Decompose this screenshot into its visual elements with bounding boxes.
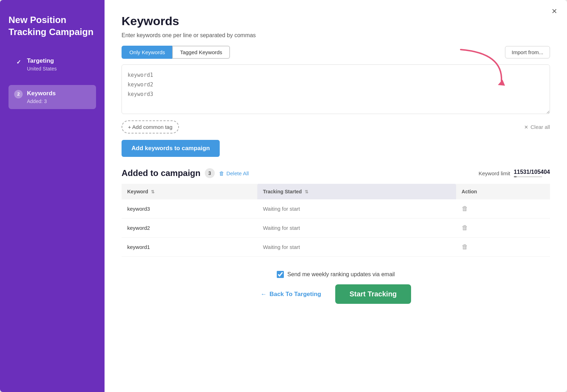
action-cell: 🗑	[456, 238, 550, 257]
table-row: keyword1 Waiting for start 🗑	[122, 238, 550, 257]
close-button[interactable]: ×	[552, 6, 557, 16]
step-keywords-name: Keywords	[27, 90, 56, 97]
footer-section: Send me weekly ranking updates via email…	[122, 264, 550, 314]
main-content: × Keywords Enter keywords one per line o…	[105, 0, 567, 392]
keywords-table: Keyword ⇅ Tracking Started ⇅ Action keyw…	[122, 184, 550, 257]
col-keyword-label: Keyword	[127, 189, 148, 194]
added-count-badge: 3	[205, 168, 215, 178]
tab-only-keywords[interactable]: Only Keywords	[122, 46, 172, 59]
import-button[interactable]: Import from...	[505, 46, 550, 58]
delete-row-button[interactable]: 🗑	[462, 205, 468, 212]
tabs-row: Only Keywords Tagged Keywords Import fro…	[122, 46, 550, 59]
sidebar-step-targeting[interactable]: ✓ Targeting United States	[9, 52, 96, 76]
email-checkbox-row: Send me weekly ranking updates via email	[122, 271, 550, 278]
added-title: Added to campaign	[122, 168, 201, 178]
close-small-icon: ✕	[524, 124, 528, 130]
keyword-cell: keyword2	[122, 218, 257, 238]
action-cell: 🗑	[456, 218, 550, 238]
modal-wrapper: New Position Tracking Campaign ✓ Targeti…	[0, 0, 567, 392]
limit-fill	[514, 176, 517, 177]
status-text: Waiting for start	[263, 244, 300, 250]
status-cell: Waiting for start	[257, 238, 456, 257]
status-cell: Waiting for start	[257, 218, 456, 238]
sidebar-steps: ✓ Targeting United States 2 Keywords Add…	[9, 52, 96, 109]
back-arrow-icon: ←	[260, 291, 266, 298]
email-label[interactable]: Send me weekly ranking updates via email	[287, 271, 395, 278]
delete-all-button[interactable]: 🗑 Delete All	[219, 170, 249, 176]
trash-icon: 🗑	[219, 170, 224, 176]
back-btn-label: Back To Targeting	[269, 291, 321, 298]
keywords-textarea[interactable]	[122, 64, 550, 114]
status-text: Waiting for start	[263, 225, 300, 231]
sidebar: New Position Tracking Campaign ✓ Targeti…	[0, 0, 105, 392]
keyword-cell: keyword3	[122, 199, 257, 218]
clear-all-label: Clear all	[530, 124, 550, 130]
delete-row-button[interactable]: 🗑	[462, 243, 468, 251]
limit-value: 11531/105404	[514, 169, 550, 175]
table-body: keyword3 Waiting for start 🗑 keyword2 Wa…	[122, 199, 550, 257]
sidebar-title: New Position Tracking Campaign	[9, 14, 96, 38]
checkmark-icon: ✓	[16, 59, 21, 66]
keyword-limit-label: Keyword limit	[478, 170, 510, 176]
step-targeting-name: Targeting	[27, 57, 57, 64]
col-header-tracking: Tracking Started ⇅	[257, 184, 456, 199]
step-number-indicator: 2	[14, 90, 23, 98]
footer-actions: ← Back To Targeting Start Tracking	[122, 284, 550, 304]
page-title: Keywords	[122, 14, 550, 28]
col-header-keyword: Keyword ⇅	[122, 184, 257, 199]
step-targeting-sub: United States	[27, 66, 57, 72]
tracking-sort-icon[interactable]: ⇅	[305, 189, 308, 194]
delete-row-button[interactable]: 🗑	[462, 224, 468, 232]
limit-bar-container: 11531/105404	[514, 169, 550, 177]
col-header-action: Action	[456, 184, 550, 199]
add-tag-button[interactable]: + Add common tag	[122, 120, 179, 133]
email-checkbox[interactable]	[277, 271, 284, 278]
back-to-targeting-button[interactable]: ← Back To Targeting	[260, 291, 321, 298]
table-header: Keyword ⇅ Tracking Started ⇅ Action	[122, 184, 550, 199]
step-check-indicator: ✓	[14, 58, 23, 67]
step-targeting-info: Targeting United States	[27, 57, 57, 72]
keyword-cell: keyword1	[122, 238, 257, 257]
sidebar-step-keywords[interactable]: 2 Keywords Added: 3	[9, 85, 96, 109]
action-cell: 🗑	[456, 199, 550, 218]
status-text: Waiting for start	[263, 206, 300, 212]
table-row: keyword2 Waiting for start 🗑	[122, 218, 550, 238]
tab-tagged-keywords[interactable]: Tagged Keywords	[172, 46, 230, 59]
step-keywords-sub: Added: 3	[27, 98, 56, 104]
status-cell: Waiting for start	[257, 199, 456, 218]
limit-bar	[514, 176, 542, 177]
delete-all-label: Delete All	[226, 170, 249, 176]
keyword-limit: Keyword limit 11531/105404	[478, 169, 550, 177]
keyword-sort-icon[interactable]: ⇅	[151, 189, 155, 194]
add-keywords-button[interactable]: Add keywords to campaign	[122, 140, 220, 157]
add-tag-label: + Add common tag	[128, 124, 173, 130]
page-description: Enter keywords one per line or separated…	[122, 32, 550, 39]
start-tracking-button[interactable]: Start Tracking	[335, 284, 411, 304]
clear-all-button[interactable]: ✕ Clear all	[524, 124, 550, 130]
col-tracking-label: Tracking Started	[263, 189, 302, 194]
step-keywords-info: Keywords Added: 3	[27, 90, 56, 104]
table-row: keyword3 Waiting for start 🗑	[122, 199, 550, 218]
tag-row: + Add common tag ✕ Clear all	[122, 120, 550, 133]
added-section-header: Added to campaign 3 🗑 Delete All Keyword…	[122, 168, 550, 178]
